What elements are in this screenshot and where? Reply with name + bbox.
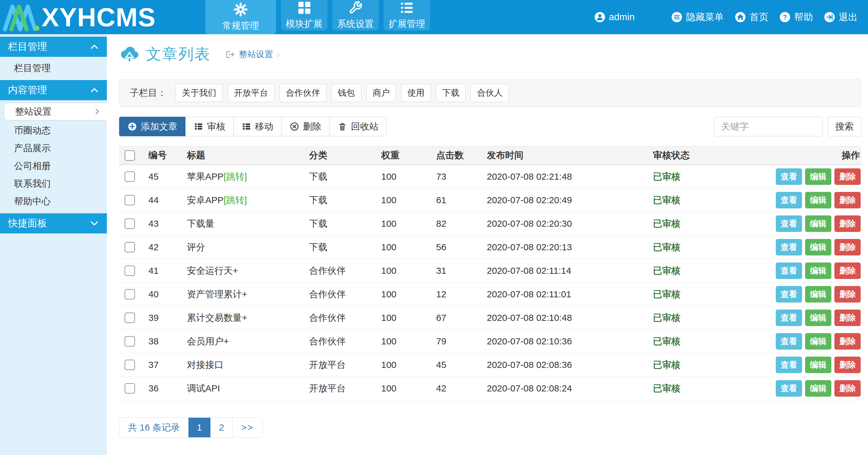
- search-input[interactable]: [714, 117, 823, 136]
- view-button[interactable]: 查看: [776, 380, 802, 397]
- sidebar-item-column-mgmt[interactable]: 栏目管理: [0, 59, 107, 77]
- user-icon: [594, 11, 605, 23]
- nav-item-modules[interactable]: 模块扩展: [281, 0, 328, 31]
- delete-row-button[interactable]: 删除: [834, 286, 861, 303]
- section-title: 栏目管理: [8, 40, 47, 54]
- view-button[interactable]: 查看: [776, 192, 802, 208]
- view-button[interactable]: 查看: [776, 169, 802, 185]
- subcolumn-button[interactable]: 使用: [401, 84, 431, 102]
- delete-row-button[interactable]: 删除: [834, 192, 861, 208]
- user-menu[interactable]: admin: [594, 11, 635, 23]
- sidebar-section-quick-panel[interactable]: 快捷面板: [0, 213, 107, 234]
- view-button[interactable]: 查看: [776, 309, 802, 326]
- logout-link[interactable]: 退出: [824, 11, 858, 24]
- delete-row-button[interactable]: 删除: [834, 309, 861, 326]
- sidebar-item-site-settings[interactable]: 整站设置: [4, 103, 107, 120]
- edit-button[interactable]: 编辑: [805, 239, 831, 255]
- cell-operations: 查看 编辑 删除: [772, 309, 861, 326]
- sidebar-item[interactable]: 公司相册: [0, 157, 107, 175]
- row-checkbox[interactable]: [125, 289, 135, 300]
- view-button[interactable]: 查看: [776, 263, 802, 279]
- next-page-button[interactable]: >>: [232, 418, 262, 437]
- review-button[interactable]: 审核: [185, 117, 234, 136]
- sidebar-item[interactable]: 帮助中心: [0, 192, 107, 210]
- recycle-bin-button[interactable]: 回收站: [329, 117, 387, 136]
- sidebar-item[interactable]: 币圈动态: [0, 122, 107, 139]
- row-checkbox[interactable]: [125, 360, 135, 370]
- subcolumn-button[interactable]: 合伙人: [471, 84, 509, 102]
- edit-button[interactable]: 编辑: [805, 192, 831, 208]
- add-article-button[interactable]: 添加文章: [119, 117, 186, 136]
- page-button-1[interactable]: 1: [188, 418, 211, 437]
- delete-row-button[interactable]: 删除: [834, 215, 861, 232]
- delete-row-button[interactable]: 删除: [834, 239, 861, 255]
- move-button[interactable]: 移动: [233, 117, 282, 136]
- row-checkbox[interactable]: [125, 313, 135, 323]
- row-checkbox[interactable]: [125, 172, 135, 182]
- subcolumn-button[interactable]: 商户: [366, 84, 396, 102]
- app-logo[interactable]: XYHCMS: [0, 0, 205, 34]
- view-button[interactable]: 查看: [776, 239, 802, 255]
- edit-button[interactable]: 编辑: [805, 309, 831, 326]
- search-button[interactable]: 搜索: [828, 117, 861, 136]
- edit-button[interactable]: 编辑: [805, 215, 831, 232]
- sidebar-item[interactable]: 产品展示: [0, 139, 107, 157]
- cell-category: 开放平台: [309, 359, 381, 371]
- page-button-2[interactable]: 2: [211, 418, 232, 437]
- article-table: 编号 标题 分类 权重 点击数 发布时间 审核状态 操作 45 苹果APP[跳转…: [119, 146, 861, 400]
- breadcrumb-link[interactable]: 整站设置: [239, 49, 273, 60]
- cell-time: 2020-07-08 02:11:14: [487, 266, 653, 276]
- nav-item-system[interactable]: 系统设置: [332, 0, 379, 31]
- subcolumn-button[interactable]: 下载: [436, 84, 466, 102]
- delete-row-button[interactable]: 删除: [834, 357, 861, 373]
- table-row: 38 会员用户+ 合作伙伴 100 79 2020-07-08 02:10:36…: [119, 330, 861, 353]
- delete-row-button[interactable]: 删除: [834, 333, 861, 350]
- row-checkbox[interactable]: [125, 383, 135, 394]
- select-all-checkbox[interactable]: [125, 150, 135, 161]
- nav-item-extensions[interactable]: 扩展管理: [383, 0, 430, 31]
- cell-title: 会员用户+: [187, 335, 309, 348]
- nav-item-general[interactable]: 常规管理: [205, 0, 276, 34]
- col-time: 发布时间: [487, 149, 653, 162]
- status-badge: 已审核: [653, 218, 772, 230]
- subcolumn-button[interactable]: 钱包: [331, 84, 361, 102]
- top-header: XYHCMS 常规管理 模块扩展 系统设置: [0, 0, 868, 34]
- delete-button[interactable]: 删除: [281, 117, 330, 136]
- edit-button[interactable]: 编辑: [805, 263, 831, 279]
- row-checkbox[interactable]: [125, 266, 135, 276]
- cell-category: 合作伙伴: [309, 335, 381, 348]
- row-checkbox[interactable]: [125, 195, 135, 205]
- delete-row-button[interactable]: 删除: [834, 380, 861, 397]
- cell-category: 下载: [309, 194, 381, 207]
- divider: [119, 72, 861, 72]
- sidebar-section-column-mgmt[interactable]: 栏目管理: [0, 37, 107, 57]
- row-checkbox[interactable]: [125, 218, 135, 229]
- edit-button[interactable]: 编辑: [805, 357, 831, 373]
- grid-icon: [297, 1, 311, 15]
- hide-menu-link[interactable]: 隐藏菜单: [671, 11, 724, 24]
- table-row: 44 安卓APP[跳转] 下载 100 61 2020-07-08 02:20:…: [119, 188, 861, 212]
- sidebar-section-content-mgmt[interactable]: 内容管理: [0, 80, 107, 100]
- sidebar-item[interactable]: 联系我们: [0, 175, 107, 192]
- subcolumn-button[interactable]: 合作伙伴: [279, 84, 327, 102]
- edit-button[interactable]: 编辑: [805, 286, 831, 303]
- subcolumn-button[interactable]: 开放平台: [227, 84, 275, 102]
- view-button[interactable]: 查看: [776, 215, 802, 232]
- link-label: 帮助: [794, 11, 813, 24]
- home-link[interactable]: 首页: [735, 11, 769, 24]
- status-badge: 已审核: [653, 194, 772, 207]
- delete-row-button[interactable]: 删除: [834, 169, 861, 185]
- row-checkbox[interactable]: [125, 242, 135, 252]
- view-button[interactable]: 查看: [776, 286, 802, 303]
- cell-clicks: 61: [436, 195, 487, 205]
- edit-button[interactable]: 编辑: [805, 333, 831, 350]
- edit-button[interactable]: 编辑: [805, 380, 831, 397]
- subcolumn-button[interactable]: 关于我们: [176, 84, 223, 102]
- edit-button[interactable]: 编辑: [805, 169, 831, 185]
- delete-row-button[interactable]: 删除: [834, 263, 861, 279]
- row-checkbox[interactable]: [125, 336, 135, 346]
- view-button[interactable]: 查看: [776, 333, 802, 350]
- view-button[interactable]: 查看: [776, 357, 802, 373]
- topbar-right: admin 隐藏菜单 首页 ? 帮助: [594, 0, 868, 34]
- help-link[interactable]: ? 帮助: [779, 11, 813, 24]
